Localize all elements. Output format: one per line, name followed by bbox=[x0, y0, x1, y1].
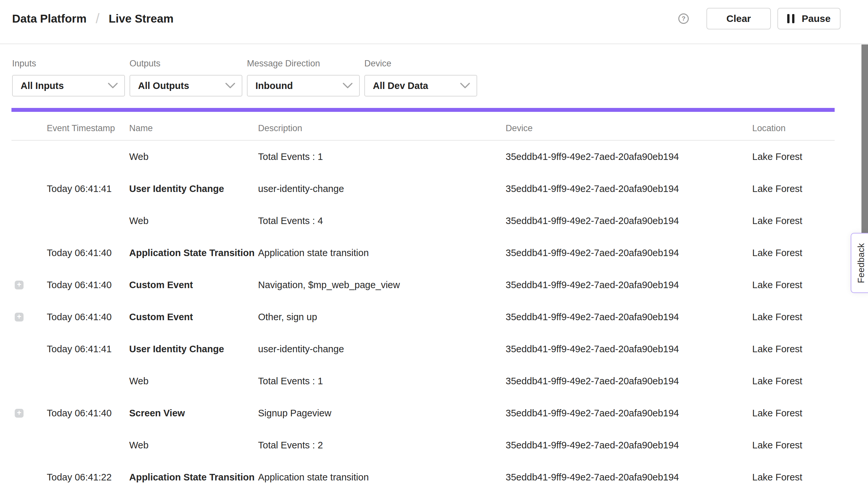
expand-icon[interactable]: + bbox=[15, 281, 24, 290]
device-id-cell: 35eddb41-9ff9-49e2-7aed-20afa90eb194 bbox=[506, 408, 752, 419]
event-description-cell: Application state transition bbox=[258, 248, 506, 259]
top-bar: Data Platform / Live Stream ? Clear Paus… bbox=[0, 0, 868, 44]
location-cell: Lake Forest bbox=[752, 183, 835, 194]
filter-bar: Inputs All Inputs Outputs All Outputs Me… bbox=[0, 44, 868, 96]
help-icon[interactable]: ? bbox=[678, 13, 689, 24]
device-id-cell: 35eddb41-9ff9-49e2-7aed-20afa90eb194 bbox=[506, 280, 752, 291]
table-row[interactable]: Web Total Events : 4 35eddb41-9ff9-49e2-… bbox=[11, 205, 835, 237]
event-name-cell: User Identity Change bbox=[129, 183, 258, 194]
name-column-header: Name bbox=[129, 123, 258, 133]
filter-message-direction: Message Direction Inbound bbox=[247, 59, 360, 96]
event-name-cell: Application State Transition bbox=[129, 248, 258, 259]
device-column-header: Device bbox=[506, 123, 752, 133]
expand-cell: + bbox=[11, 313, 47, 322]
event-timestamp-cell: Today 06:41:40 bbox=[47, 280, 129, 291]
event-name-cell: Web bbox=[129, 376, 258, 387]
filter-outputs: Outputs All Outputs bbox=[129, 59, 242, 96]
plus-glyph: + bbox=[17, 409, 21, 417]
clear-button[interactable]: Clear bbox=[707, 8, 771, 29]
event-description-cell: Total Events : 1 bbox=[258, 151, 506, 162]
location-cell: Lake Forest bbox=[752, 215, 835, 226]
event-name-cell: User Identity Change bbox=[129, 344, 258, 355]
scrollbar-thumb[interactable] bbox=[862, 44, 868, 234]
pause-button-label: Pause bbox=[802, 13, 830, 24]
event-name-cell: Application State Transition bbox=[129, 472, 258, 483]
live-stream-table: Event Timestamp Name Description Device … bbox=[11, 112, 835, 486]
device-id-cell: 35eddb41-9ff9-49e2-7aed-20afa90eb194 bbox=[506, 312, 752, 323]
table-row[interactable]: Today 06:41:41 User Identity Change user… bbox=[11, 173, 835, 205]
outputs-filter-label: Outputs bbox=[129, 59, 242, 68]
location-cell: Lake Forest bbox=[752, 151, 835, 162]
chevron-down-icon bbox=[343, 83, 352, 89]
outputs-dropdown[interactable]: All Outputs bbox=[129, 75, 242, 96]
table-row[interactable]: + Today 06:41:40 Screen View Signup Page… bbox=[11, 397, 835, 429]
device-id-cell: 35eddb41-9ff9-49e2-7aed-20afa90eb194 bbox=[506, 440, 752, 451]
location-cell: Lake Forest bbox=[752, 344, 835, 355]
pause-button[interactable]: Pause bbox=[777, 8, 840, 29]
event-name-cell: Web bbox=[129, 151, 258, 162]
accent-bar bbox=[11, 108, 835, 112]
device-id-cell: 35eddb41-9ff9-49e2-7aed-20afa90eb194 bbox=[506, 344, 752, 355]
event-name-cell: Web bbox=[129, 440, 258, 451]
event-description-cell: Other, sign up bbox=[258, 312, 506, 323]
event-description-cell: Total Events : 2 bbox=[258, 440, 506, 451]
breadcrumb-section[interactable]: Data Platform bbox=[12, 12, 87, 25]
location-cell: Lake Forest bbox=[752, 280, 835, 291]
event-timestamp-cell: Today 06:41:22 bbox=[47, 472, 129, 483]
breadcrumb: Data Platform / Live Stream bbox=[12, 11, 174, 27]
expand-icon[interactable]: + bbox=[15, 409, 24, 418]
chevron-down-icon bbox=[108, 83, 118, 89]
table-row[interactable]: + Today 06:41:40 Custom Event Navigation… bbox=[11, 269, 835, 301]
event-name-cell: Screen View bbox=[129, 408, 258, 419]
event-description-cell: Total Events : 4 bbox=[258, 215, 506, 226]
device-id-cell: 35eddb41-9ff9-49e2-7aed-20afa90eb194 bbox=[506, 183, 752, 194]
description-column-header: Description bbox=[258, 123, 506, 133]
table-row[interactable]: Web Total Events : 2 35eddb41-9ff9-49e2-… bbox=[11, 429, 835, 461]
message-direction-dropdown[interactable]: Inbound bbox=[247, 75, 360, 96]
device-id-cell: 35eddb41-9ff9-49e2-7aed-20afa90eb194 bbox=[506, 151, 752, 162]
table-row[interactable]: Web Total Events : 1 35eddb41-9ff9-49e2-… bbox=[11, 141, 835, 173]
event-description-cell: Application state transition bbox=[258, 472, 506, 483]
table-row[interactable]: Today 06:41:41 User Identity Change user… bbox=[11, 333, 835, 365]
event-timestamp-cell: Today 06:41:40 bbox=[47, 312, 129, 323]
event-description-cell: Signup Pageview bbox=[258, 408, 506, 419]
feedback-tab-label: Feedback bbox=[856, 243, 866, 283]
device-id-cell: 35eddb41-9ff9-49e2-7aed-20afa90eb194 bbox=[506, 215, 752, 226]
event-timestamp-cell: Today 06:41:41 bbox=[47, 344, 129, 355]
device-dropdown[interactable]: All Dev Data bbox=[364, 75, 477, 96]
event-name-cell: Custom Event bbox=[129, 280, 258, 291]
inputs-filter-label: Inputs bbox=[12, 59, 125, 68]
table-row[interactable]: + Today 06:41:40 Custom Event Other, sig… bbox=[11, 301, 835, 333]
location-cell: Lake Forest bbox=[752, 440, 835, 451]
table-header-row: Event Timestamp Name Description Device … bbox=[11, 112, 835, 141]
event-description-cell: Total Events : 1 bbox=[258, 376, 506, 387]
message-direction-dropdown-value: Inbound bbox=[255, 81, 293, 91]
help-glyph: ? bbox=[682, 15, 685, 22]
event-description-cell: Navigation, $mp_web_page_view bbox=[258, 280, 506, 291]
message-direction-filter-label: Message Direction bbox=[247, 59, 360, 68]
device-dropdown-value: All Dev Data bbox=[373, 81, 428, 91]
location-column-header: Location bbox=[752, 123, 835, 133]
breadcrumb-separator: / bbox=[96, 11, 100, 27]
device-id-cell: 35eddb41-9ff9-49e2-7aed-20afa90eb194 bbox=[506, 472, 752, 483]
clear-button-label: Clear bbox=[726, 13, 751, 24]
inputs-dropdown-value: All Inputs bbox=[21, 81, 64, 91]
expand-cell: + bbox=[11, 281, 47, 290]
event-timestamp-cell: Today 06:41:41 bbox=[47, 183, 129, 194]
location-cell: Lake Forest bbox=[752, 312, 835, 323]
location-cell: Lake Forest bbox=[752, 408, 835, 419]
chevron-down-icon bbox=[225, 83, 235, 89]
location-cell: Lake Forest bbox=[752, 376, 835, 387]
table-row[interactable]: Web Total Events : 1 35eddb41-9ff9-49e2-… bbox=[11, 365, 835, 397]
filter-device: Device All Dev Data bbox=[364, 59, 477, 96]
plus-glyph: + bbox=[17, 281, 21, 288]
expand-icon[interactable]: + bbox=[15, 313, 24, 322]
event-timestamp-cell: Today 06:41:40 bbox=[47, 408, 129, 419]
event-description-cell: user-identity-change bbox=[258, 183, 506, 194]
table-row[interactable]: Today 06:41:22 Application State Transit… bbox=[11, 461, 835, 486]
plus-glyph: + bbox=[17, 313, 21, 321]
table-row[interactable]: Today 06:41:40 Application State Transit… bbox=[11, 237, 835, 269]
inputs-dropdown[interactable]: All Inputs bbox=[12, 75, 125, 96]
event-name-cell: Web bbox=[129, 215, 258, 226]
feedback-tab[interactable]: Feedback bbox=[851, 233, 868, 293]
